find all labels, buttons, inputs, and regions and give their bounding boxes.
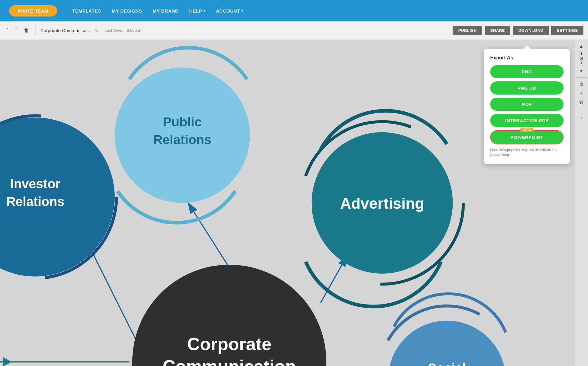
page-total: 1 (580, 61, 582, 65)
sidebar-divider-2 (576, 109, 586, 109)
delete-page-icon[interactable]: 🗑 (578, 99, 585, 106)
toolbar: ˄ ˅ 🗑 Corporate Communica... ✎ Last Save… (0, 21, 588, 40)
export-interactive-pdf-button[interactable]: INTERACTIVE PDF (490, 114, 564, 127)
beta-badge: BETA (520, 128, 534, 132)
right-sidebar: ▲ 1 of 1 ▼ ⧉ + 🗑 ⋮ (574, 40, 588, 366)
toolbar-divider (35, 26, 36, 35)
nav-my-brand[interactable]: MY BRAND (153, 8, 179, 13)
page-current: 1 (580, 51, 582, 56)
export-png-button[interactable]: PNG (490, 65, 564, 78)
navbar: INVITE TEAM TEMPLATES MY DESIGNS MY BRAN… (0, 0, 588, 21)
canvas-area: Investor Relations Public Relations Adve… (0, 40, 588, 366)
share-button[interactable]: SHARE (485, 26, 510, 35)
export-pdf-button[interactable]: PDF (490, 98, 564, 111)
doc-title: Corporate Communica... (40, 28, 90, 33)
settings-button[interactable]: SETTINGS (551, 26, 583, 35)
page-of-label: of (580, 56, 583, 61)
svg-text:Investor: Investor (10, 177, 61, 191)
nav-help[interactable]: HELP ▾ (189, 8, 205, 13)
copy-page-icon[interactable]: ⧉ (579, 80, 584, 88)
svg-text:Social: Social (428, 361, 466, 366)
collapse-up-icon[interactable]: ˄ (5, 26, 10, 35)
export-panel-title: Export As (490, 55, 564, 61)
powerpoint-wrapper: BETA POWERPOINT (490, 130, 564, 144)
svg-text:Corporate: Corporate (187, 334, 271, 354)
last-saved: Last Saved: 8:56am (105, 28, 140, 33)
export-panel: Export As PNG PNG HD PDF INTERACTIVE PDF… (484, 49, 570, 164)
export-powerpoint-button[interactable]: POWERPOINT (491, 131, 563, 144)
publish-button[interactable]: PUBLISH (453, 26, 482, 35)
nav-my-designs[interactable]: MY DESIGNS (112, 8, 142, 13)
edit-title-icon[interactable]: ✎ (95, 28, 98, 33)
invite-team-button[interactable]: INVITE TEAM (9, 5, 57, 17)
svg-text:Relations: Relations (6, 194, 64, 209)
scroll-up-icon[interactable]: ▲ (578, 42, 585, 50)
svg-text:Advertising: Advertising (340, 195, 424, 212)
svg-text:Communication: Communication (163, 357, 296, 366)
scroll-down-icon[interactable]: ▼ (578, 67, 585, 75)
svg-text:Public: Public (163, 115, 202, 129)
more-options-icon[interactable]: ⋮ (578, 112, 585, 120)
account-dropdown-arrow: ▾ (241, 9, 243, 13)
help-dropdown-arrow: ▾ (204, 9, 205, 13)
collapse-down-icon[interactable]: ˅ (13, 26, 19, 35)
export-note: Note, infographics may not be editable i… (490, 148, 564, 158)
sidebar-divider-1 (576, 77, 586, 78)
nav-links: TEMPLATES MY DESIGNS MY BRAND HELP ▾ ACC… (72, 8, 243, 13)
page-indicator: 1 of 1 (580, 51, 583, 66)
toolbar-actions: PUBLISH SHARE DOWNLOAD SETTINGS (453, 26, 583, 35)
add-page-icon[interactable]: + (579, 89, 584, 97)
export-png-hd-button[interactable]: PNG HD (490, 81, 564, 95)
nav-account[interactable]: ACCOUNT ▾ (216, 8, 243, 13)
svg-text:Relations: Relations (153, 133, 211, 147)
delete-icon[interactable]: 🗑 (22, 26, 31, 35)
nav-templates[interactable]: TEMPLATES (72, 8, 101, 13)
download-button[interactable]: DOWNLOAD (513, 26, 549, 35)
